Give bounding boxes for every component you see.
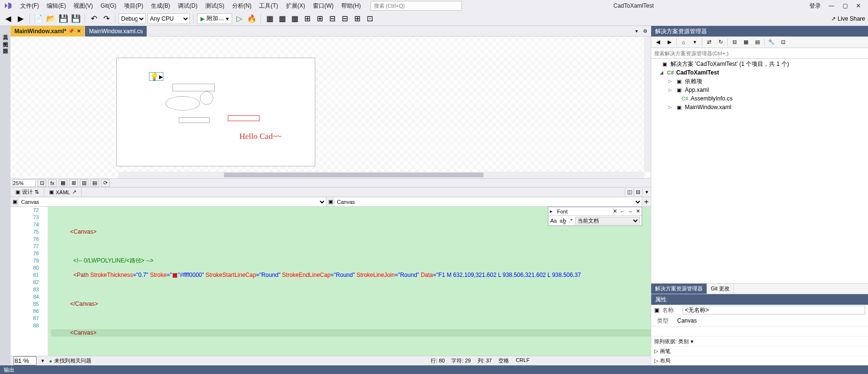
menu-analyze[interactable]: 分析(N): [228, 1, 256, 11]
nav-fwd-icon[interactable]: ▶: [15, 13, 26, 24]
output-panel-header[interactable]: 输出: [0, 365, 868, 374]
close-tab-icon[interactable]: ✕: [77, 28, 81, 34]
find-prev-icon[interactable]: ←: [619, 209, 626, 214]
menu-window[interactable]: 窗口(W): [309, 1, 337, 11]
find-close2-icon[interactable]: ✕: [634, 208, 642, 214]
se-view-icon[interactable]: ⊡: [778, 37, 788, 47]
tree-assemblyinfo[interactable]: C#AssemblyInfo.cs: [651, 94, 868, 103]
tb-btn-8-icon[interactable]: ⊞: [352, 13, 362, 24]
indent-mode[interactable]: 空格: [498, 357, 509, 364]
se-properties-icon[interactable]: 🔧: [767, 37, 776, 47]
editor-zoom-input[interactable]: [13, 356, 37, 365]
crumb-left-dropdown[interactable]: Canvas: [19, 198, 326, 206]
menu-tools[interactable]: 工具(T): [255, 1, 282, 11]
crumb-right-dropdown[interactable]: Canvas: [335, 198, 642, 206]
tab-settings-icon[interactable]: ⚙: [641, 27, 649, 35]
undo-icon[interactable]: ↶: [88, 13, 99, 24]
tb-btn-7-icon[interactable]: ⊟: [339, 13, 350, 24]
start-nodebug-icon[interactable]: ▷: [234, 13, 245, 24]
design-rect-1[interactable]: [173, 84, 215, 91]
nav-back-icon[interactable]: ◀: [3, 13, 13, 24]
tree-mainwindow-xaml[interactable]: ▷▣MainWindow.xaml: [651, 103, 868, 112]
code-content[interactable]: <Canvas> <!-- 0/LWPOLYLINE/<路径> --> <Pat…: [48, 207, 651, 356]
fit-icon[interactable]: ⊡: [37, 179, 46, 187]
whole-word-icon[interactable]: ab̲: [559, 218, 566, 224]
save-all-icon[interactable]: 💾: [71, 13, 81, 24]
pin-icon[interactable]: 📌: [68, 28, 74, 34]
snap-icon[interactable]: ⊞: [69, 179, 78, 187]
tb-btn-6-icon[interactable]: ⊟: [327, 13, 337, 24]
xaml-designer[interactable]: 💡▸ Hello Cad~~: [11, 37, 651, 179]
toolbox-tab[interactable]: 工具箱: [1, 28, 10, 34]
se-preview-icon[interactable]: ▤: [753, 37, 762, 47]
find-next-icon[interactable]: →: [626, 209, 634, 214]
tb-btn-3-icon[interactable]: ▦: [289, 13, 300, 24]
se-showall-icon[interactable]: ▦: [741, 37, 751, 47]
save-icon[interactable]: 💾: [58, 13, 69, 24]
design-rect-2[interactable]: [179, 117, 210, 123]
crumb-add-icon[interactable]: +: [642, 197, 651, 206]
open-icon[interactable]: 📂: [46, 13, 56, 24]
expand-icon[interactable]: ▸: [548, 208, 554, 214]
se-fwd-icon[interactable]: ▶: [665, 37, 674, 47]
collapse-pane-icon[interactable]: ▾: [642, 188, 651, 197]
hot-reload-icon[interactable]: 🔥: [247, 13, 257, 24]
design-hello-text[interactable]: Hello Cad~~: [239, 132, 282, 141]
menu-edit[interactable]: 编辑(E): [43, 1, 70, 11]
platform-dropdown[interactable]: Any CPU: [148, 13, 190, 24]
designer-zoom-input[interactable]: [12, 179, 36, 187]
se-home-icon[interactable]: ⌂: [679, 37, 688, 47]
tree-dependencies[interactable]: ▷▣依赖项: [651, 77, 868, 86]
menu-file[interactable]: 文件(F): [16, 1, 43, 11]
start-debug-button[interactable]: ▶附加…▾: [197, 13, 232, 24]
xaml-view-tab[interactable]: ▣XAML↗: [44, 187, 82, 197]
name-input[interactable]: [682, 306, 865, 314]
menu-search-input[interactable]: [371, 1, 462, 11]
menu-debug[interactable]: 调试(D): [174, 1, 201, 11]
match-case-icon[interactable]: Aa: [550, 218, 557, 224]
menu-project[interactable]: 项目(P): [120, 1, 147, 11]
maximize-icon[interactable]: ▢: [838, 2, 852, 9]
design-view-tab[interactable]: ▣设计⇅: [11, 187, 44, 197]
menu-git[interactable]: Git(G): [97, 1, 120, 10]
lightbulb-icon[interactable]: 💡▸: [149, 72, 163, 81]
refresh-icon[interactable]: ⟳: [101, 179, 110, 187]
designer-hscroll[interactable]: [118, 172, 644, 178]
tb-btn-9-icon[interactable]: ⊡: [364, 13, 375, 24]
solution-search-input[interactable]: [651, 48, 868, 58]
proj-code-icon[interactable]: ▤: [90, 179, 99, 187]
tb-btn-1-icon[interactable]: ▦: [264, 13, 275, 24]
live-share-button[interactable]: ↗ Live Share: [831, 15, 865, 22]
effects-icon[interactable]: fx: [48, 179, 57, 187]
split-h-icon[interactable]: ⊟: [633, 188, 642, 197]
tb-btn-5-icon[interactable]: ⊞: [314, 13, 325, 24]
designer-vscroll[interactable]: [644, 37, 651, 172]
close-icon[interactable]: ✕: [852, 2, 865, 9]
issues-indicator[interactable]: ● 未找到相关问题: [49, 357, 91, 364]
properties-sort[interactable]: 排列依据: 类别▾: [651, 337, 868, 346]
tab-solution-explorer[interactable]: 解决方案资源管理器: [651, 284, 707, 294]
tree-solution-root[interactable]: ▣解决方案 'CadToXamlTest' (1 个项目，共 1 个): [651, 60, 868, 68]
tab-git-changes[interactable]: Git 更改: [707, 284, 734, 294]
snaplines-icon[interactable]: ▥: [80, 179, 88, 187]
grid-icon[interactable]: ▦: [59, 179, 67, 187]
regex-icon[interactable]: .*: [569, 218, 572, 224]
tree-project[interactable]: ◢C#CadToXamlTest: [651, 68, 868, 77]
menu-build[interactable]: 生成(B): [147, 1, 174, 11]
se-refresh-icon[interactable]: ↻: [716, 37, 725, 47]
tab-mainwindow-xaml[interactable]: MainWindow.xaml*📌✕: [11, 26, 85, 37]
tree-app-xaml[interactable]: ▷▣App.xaml: [651, 86, 868, 94]
se-collapse-icon[interactable]: ⊟: [730, 37, 739, 47]
find-scope-dropdown[interactable]: 当前文档: [575, 217, 640, 224]
config-dropdown[interactable]: Debug: [119, 13, 146, 24]
minimize-icon[interactable]: —: [825, 2, 838, 9]
document-outline-tab[interactable]: 文档大纲: [1, 35, 10, 40]
line-ending[interactable]: CRLF: [516, 357, 530, 364]
tab-mainwindow-cs[interactable]: MainWindow.xaml.cs: [85, 26, 147, 37]
tb-btn-2-icon[interactable]: ▦: [277, 13, 287, 24]
find-close-icon[interactable]: ✕: [611, 208, 619, 214]
se-back-icon[interactable]: ◀: [653, 37, 663, 47]
category-brush[interactable]: ▷画笔: [651, 346, 868, 356]
redo-icon[interactable]: ↷: [101, 13, 112, 24]
data-sources-tab[interactable]: 数据源: [1, 41, 10, 47]
